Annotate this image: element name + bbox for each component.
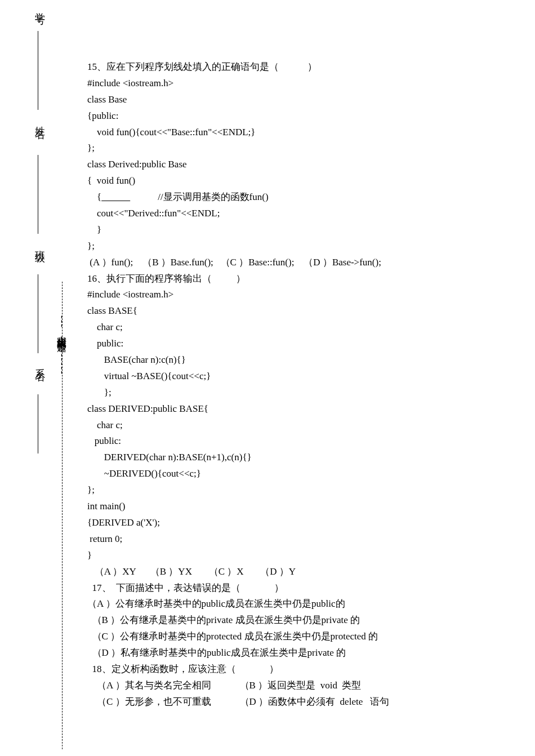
q16-code: public: [87, 336, 527, 352]
divider [38, 31, 38, 110]
q16-code: return 0; [87, 531, 527, 548]
q15-code: class Base [87, 92, 527, 108]
q16-code: int main() [87, 499, 527, 515]
q17-title: 17、 下面描述中，表达错误的是（ ） [87, 580, 527, 597]
label-banji: 班 级 [31, 242, 48, 245]
label-xingming: 姓 名 [31, 118, 48, 121]
q15-options: (A ）fun(); （B ）Base.fun(); （C ）Base::fun… [87, 255, 527, 271]
exam-content: 15、应在下列程序划线处填入的正确语句是（ ） #include <iostre… [87, 59, 527, 710]
q16-code: class DERIVED:public BASE{ [87, 401, 527, 417]
q15-code: cout<<"Derived::fun"<<ENDL; [87, 206, 527, 222]
q16-code: }; [87, 385, 527, 401]
q16-code: char c; [87, 319, 527, 336]
sealed-line-text: ---密封线内不答题--------- [54, 315, 70, 375]
label-xuehao: 学 号 [31, 5, 48, 7]
q18-optAB: （A ）其名与类名完全相同 （B ）返回类型是 void 类型 [87, 678, 527, 694]
q18-title: 18、定义析构函数时，应该注意（ ） [87, 661, 527, 678]
q15-code-blank: { //显示调用基类的函数fun() [87, 189, 527, 206]
q16-code: {DERIVED a('X'); [87, 515, 527, 531]
q15-code: void fun(){cout<<"Base::fun"<<ENDL;} [87, 124, 527, 141]
q17-optB: （B ）公有继承是基类中的private 成员在派生类中仍是private 的 [87, 612, 527, 629]
divider [38, 155, 38, 234]
divider [38, 274, 38, 353]
q17-optC: （C ）公有继承时基类中的protected 成员在派生类中仍是protecte… [87, 629, 527, 645]
q15-code: } [87, 222, 527, 238]
q16-code: ~DERIVED(){cout<<c;} [87, 466, 527, 482]
q16-options: （A ）XY （B ）YX （C ）X （D ）Y [87, 564, 527, 580]
q16-code: #include <iostream.h> [87, 287, 527, 303]
q15-code: }; [87, 140, 527, 157]
q15-title: 15、应在下列程序划线处填入的正确语句是（ ） [87, 59, 527, 75]
q15-code: }; [87, 238, 527, 255]
label-ximing: 系 名 [31, 361, 48, 363]
q15-code: {public: [87, 108, 527, 124]
q16-code: class BASE{ [87, 303, 527, 319]
sidebar-labels: 学 号 姓 名 班 级 系 名 [31, 0, 54, 756]
q15-code: { void fun() [87, 173, 527, 189]
q18-optCD: （C ）无形参，也不可重载 （D ）函数体中必须有 delete 语句 [87, 694, 527, 710]
q16-code: DERIVED(char n):BASE(n+1),c(n){} [87, 450, 527, 466]
q16-title: 16、执行下面的程序将输出（ ） [87, 271, 527, 287]
q15-code: #include <iostream.h> [87, 75, 527, 92]
q17-optD: （D ）私有继承时基类中的public成员在派生类中是private 的 [87, 645, 527, 661]
q16-code: BASE(char n):c(n){} [87, 352, 527, 368]
q16-code: char c; [87, 417, 527, 434]
q15-code: class Derived:public Base [87, 157, 527, 173]
q16-code: }; [87, 482, 527, 499]
q16-code: } [87, 548, 527, 564]
q16-code: virtual ~BASE(){cout<<c;} [87, 368, 527, 385]
divider [38, 394, 38, 453]
q16-code: public: [87, 433, 527, 450]
q17-optA: （A ）公有继承时基类中的public成员在派生类中仍是public的 [87, 596, 527, 612]
